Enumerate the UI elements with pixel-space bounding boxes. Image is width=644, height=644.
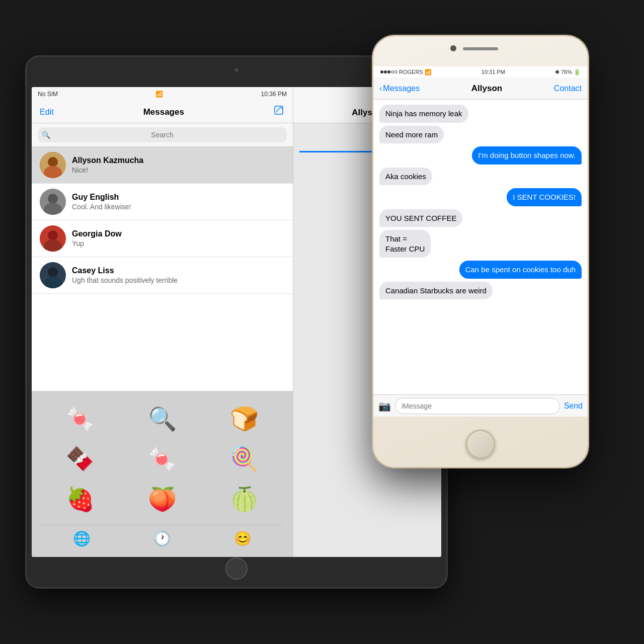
contact-button[interactable]: Contact	[554, 84, 582, 93]
message-row: I'm doing button shapes now.	[379, 146, 582, 165]
camera-icon[interactable]: 📷	[378, 400, 391, 412]
emoji-strawberry[interactable]: 🍓	[42, 481, 119, 517]
signal-strength	[380, 70, 397, 73]
message-preview: Cool. And likewise!	[72, 203, 285, 211]
conversation-title: Allyson	[471, 84, 502, 94]
contact-info: Allyson Kazmucha Nice!	[72, 156, 285, 174]
iphone-nav-bar: ‹ Messages Allyson Contact	[373, 77, 588, 100]
back-button[interactable]: ‹ Messages	[379, 84, 420, 93]
imessage-input[interactable]	[395, 398, 560, 414]
svg-line-3	[277, 111, 277, 112]
message-bubble: Need more ram	[379, 126, 444, 144]
iphone-camera	[450, 45, 456, 51]
message-list: Allyson Kazmucha Nice! Guy English Cool.…	[32, 147, 293, 391]
emoji-chocolate[interactable]: 🍫	[42, 441, 119, 476]
message-preview: Ugh that sounds positively terrible	[72, 276, 285, 284]
iphone-screen: ROGERS 📶 10:31 PM ✱ 76% 🔋 ‹ Messages All…	[373, 66, 588, 417]
emoji-peach[interactable]: 🍑	[124, 481, 201, 517]
message-row: I SENT COOKIES!	[379, 188, 582, 206]
iphone-device: ROGERS 📶 10:31 PM ✱ 76% 🔋 ‹ Messages All…	[372, 35, 589, 468]
avatar	[40, 189, 66, 215]
scene: No SIM 📶 10:36 PM Edit Messages	[25, 25, 619, 619]
message-row: Need more ram	[379, 126, 582, 144]
message-row: That =Faster CPU	[379, 230, 582, 258]
message-bubble: YOU SENT COFFEE	[379, 209, 462, 227]
dot3	[387, 70, 390, 73]
bluetooth-icon: ✱	[555, 69, 559, 75]
iphone-input-bar: 📷 Send	[373, 394, 588, 417]
edit-button[interactable]: Edit	[40, 108, 54, 117]
emoji-grid: 🍬 🔍 🍞 🍫 🍬 🍭 🍓 🍑 🍈	[42, 401, 283, 517]
contact-name: Guy English	[72, 193, 285, 202]
carrier-label: ROGERS	[399, 69, 423, 75]
time-label: 10:31 PM	[481, 69, 505, 75]
svg-rect-0	[275, 106, 283, 114]
contact-name: Georgia Dow	[72, 229, 285, 238]
avatar	[40, 152, 66, 178]
list-item[interactable]: Allyson Kazmucha Nice!	[32, 147, 293, 184]
emoji-search[interactable]: 🔍	[124, 401, 201, 436]
messages-scroll: Ninja has memory leak Need more ram I'm …	[373, 100, 588, 394]
contact-info: Guy English Cool. And likewise!	[72, 193, 285, 211]
recent-tab[interactable]: 🕐	[153, 530, 171, 547]
emoji-lollipop2[interactable]: 🍭	[206, 441, 283, 476]
ipad-camera	[234, 68, 238, 72]
list-item[interactable]: Georgia Dow Yup	[32, 220, 293, 257]
search-input[interactable]	[38, 127, 287, 142]
status-left: ROGERS 📶	[380, 69, 432, 75]
smiley-tab[interactable]: 😊	[234, 530, 252, 547]
message-bubble: I'm doing button shapes now.	[472, 146, 582, 165]
message-bubble: Aka cookies	[379, 168, 432, 186]
iphone-speaker	[463, 47, 498, 50]
svg-point-5	[48, 157, 58, 167]
compose-button[interactable]	[274, 105, 285, 119]
wifi-indicator: 📶	[155, 91, 163, 98]
avatar	[40, 262, 66, 288]
message-preview: Nice!	[72, 166, 285, 174]
contact-name: Allyson Kazmucha	[72, 156, 285, 165]
emoji-lollipop[interactable]: 🍬	[42, 401, 119, 436]
iphone-status-bar: ROGERS 📶 10:31 PM ✱ 76% 🔋	[373, 66, 588, 77]
message-bubble: I SENT COOKIES!	[507, 188, 582, 206]
message-bubble: Can be spent on cookies too duh	[459, 261, 582, 279]
battery-label: 76%	[561, 69, 572, 75]
dot2	[384, 70, 387, 73]
list-item[interactable]: Casey Liss Ugh that sounds positively te…	[32, 257, 293, 294]
back-chevron: ‹	[379, 84, 382, 93]
svg-line-2	[277, 107, 281, 111]
emoji-melon[interactable]: 🍈	[206, 481, 283, 517]
emoji-tab-bar: 🌐 🕐 😊	[42, 525, 283, 547]
contact-info: Georgia Dow Yup	[72, 229, 285, 248]
message-row: Canadian Starbucks are weird	[379, 282, 582, 300]
message-row: Aka cookies	[379, 168, 582, 186]
iphone-home-button[interactable]	[466, 430, 495, 459]
dot5	[394, 70, 397, 73]
message-bubble: Canadian Starbucks are weird	[379, 282, 493, 300]
svg-point-11	[48, 230, 58, 240]
carrier-label: No SIM	[38, 91, 58, 98]
contact-info: Casey Liss Ugh that sounds positively te…	[72, 266, 285, 284]
list-item[interactable]: Guy English Cool. And likewise!	[32, 184, 293, 220]
message-bubble: Ninja has memory leak	[379, 105, 468, 123]
message-bubble: That =Faster CPU	[379, 230, 431, 258]
ipad-nav-bar: Edit Messages	[32, 101, 293, 123]
emoji-bread[interactable]: 🍞	[206, 401, 283, 436]
send-button[interactable]: Send	[564, 401, 583, 411]
globe-tab[interactable]: 🌐	[73, 530, 91, 547]
message-row: Can be spent on cookies too duh	[379, 261, 582, 279]
svg-point-8	[48, 194, 58, 204]
message-row: Ninja has memory leak	[379, 105, 582, 123]
message-row: YOU SENT COFFEE	[379, 209, 582, 227]
ipad-status-bar: No SIM 📶 10:36 PM	[32, 87, 293, 101]
status-right: ✱ 76% 🔋	[555, 69, 581, 75]
battery-icon: 🔋	[574, 69, 581, 75]
emoji-candy[interactable]: 🍬	[124, 441, 201, 476]
contact-name: Casey Liss	[72, 266, 285, 275]
messages-title: Messages	[143, 107, 184, 117]
search-icon: 🔍	[42, 131, 50, 139]
emoji-keyboard: 🍬 🔍 🍞 🍫 🍬 🍭 🍓 🍑 🍈 🌐 🕐 😊	[32, 391, 293, 557]
message-preview: Yup	[72, 239, 285, 248]
svg-point-14	[48, 267, 58, 277]
ipad-home-button[interactable]	[225, 557, 248, 580]
dot4	[391, 70, 394, 73]
